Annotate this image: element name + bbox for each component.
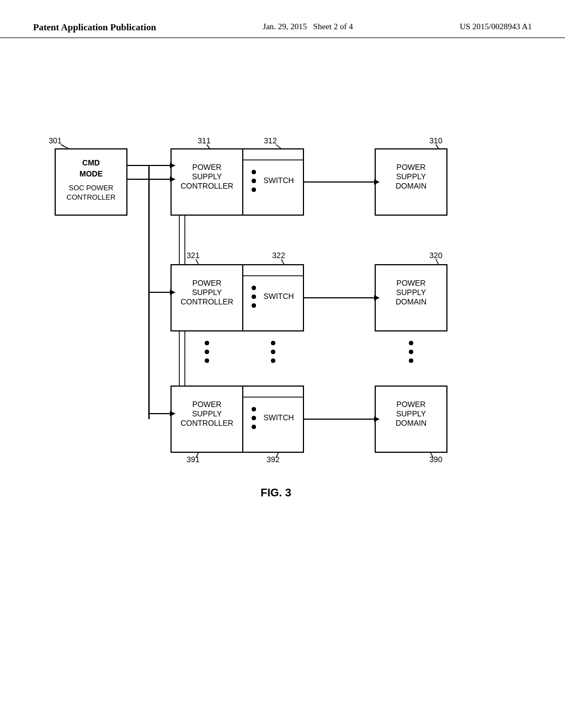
switch-bot-label: SWITCH: [263, 413, 294, 422]
soc-power-label2: CONTROLLER: [67, 193, 116, 201]
svg-point-25: [271, 341, 275, 345]
psc-mid-label2: SUPPLY: [192, 288, 222, 297]
svg-marker-55: [374, 416, 380, 422]
svg-point-8: [252, 188, 256, 192]
ref-312: 312: [264, 136, 277, 145]
psd-top-label1: POWER: [397, 163, 426, 172]
svg-line-19: [281, 259, 284, 265]
header-date: Jan. 29, 2015: [263, 22, 307, 31]
svg-line-1: [61, 144, 69, 149]
svg-point-16: [252, 286, 256, 290]
svg-point-30: [409, 358, 413, 363]
svg-point-23: [205, 350, 209, 354]
svg-marker-44: [170, 176, 175, 182]
ref-322: 322: [272, 251, 285, 260]
svg-point-37: [252, 425, 256, 429]
svg-marker-42: [170, 163, 175, 168]
psc-top-label3: CONTROLLER: [180, 181, 233, 190]
ref-321: 321: [186, 251, 200, 260]
svg-point-18: [252, 303, 256, 308]
switch-top-label: SWITCH: [263, 176, 294, 185]
psc-bot-label3: CONTROLLER: [180, 419, 233, 427]
page-header: Patent Application Publication Jan. 29, …: [0, 0, 565, 38]
ref-392: 392: [266, 455, 280, 464]
svg-line-9: [276, 144, 281, 149]
svg-point-36: [252, 416, 256, 420]
psd-top-label2: SUPPLY: [396, 172, 427, 181]
svg-point-7: [252, 179, 256, 183]
header-patent-number: US 2015/0028943 A1: [460, 22, 532, 31]
ref-391: 391: [186, 455, 200, 464]
svg-point-24: [205, 358, 209, 363]
soc-power-label1: SOC POWER: [69, 184, 114, 192]
svg-line-21: [436, 259, 439, 265]
psc-mid-label1: POWER: [193, 279, 222, 287]
psd-mid-label2: SUPPLY: [396, 288, 427, 297]
psc-top-label1: POWER: [193, 163, 222, 172]
soc-mode-label: MODE: [79, 169, 103, 178]
svg-line-3: [207, 144, 210, 149]
psc-mid-label3: CONTROLLER: [180, 297, 233, 306]
psc-top-label2: SUPPLY: [192, 172, 222, 181]
svg-point-29: [409, 350, 413, 354]
header-date-sheet: Jan. 29, 2015 Sheet 2 of 4: [263, 22, 353, 31]
svg-point-17: [252, 295, 256, 299]
diagram-area: CMD MODE SOC POWER CONTROLLER 301 POWER …: [33, 88, 530, 640]
svg-marker-53: [374, 295, 380, 301]
svg-marker-49: [170, 411, 175, 416]
psd-bot-label1: POWER: [397, 400, 426, 409]
psd-bot-label3: DOMAIN: [396, 419, 427, 427]
soc-cmd-label: CMD: [82, 158, 100, 167]
fig3-diagram: CMD MODE SOC POWER CONTROLLER 301 POWER …: [33, 88, 530, 640]
psd-bot-label2: SUPPLY: [396, 409, 427, 418]
header-publication-label: Patent Application Publication: [33, 22, 156, 33]
svg-point-22: [205, 341, 209, 345]
ref-301: 301: [49, 136, 62, 145]
svg-line-11: [436, 144, 439, 149]
fig-label: FIG. 3: [260, 486, 291, 499]
svg-point-35: [252, 407, 256, 411]
psd-mid-label1: POWER: [397, 279, 426, 287]
svg-point-27: [271, 358, 275, 363]
svg-line-13: [196, 259, 199, 265]
ref-320: 320: [429, 251, 443, 260]
psc-bot-label2: SUPPLY: [192, 409, 222, 418]
svg-point-26: [271, 350, 275, 354]
ref-310: 310: [429, 136, 443, 145]
svg-point-6: [252, 170, 256, 174]
psd-mid-label3: DOMAIN: [396, 297, 427, 306]
svg-marker-47: [170, 290, 175, 295]
svg-marker-51: [374, 179, 380, 185]
psc-bot-label1: POWER: [193, 400, 222, 409]
svg-point-28: [409, 341, 413, 345]
switch-mid-label: SWITCH: [263, 292, 294, 301]
header-sheet: Sheet 2 of 4: [313, 22, 353, 31]
ref-390: 390: [429, 455, 443, 464]
ref-311: 311: [198, 136, 211, 145]
psd-top-label3: DOMAIN: [396, 181, 427, 190]
